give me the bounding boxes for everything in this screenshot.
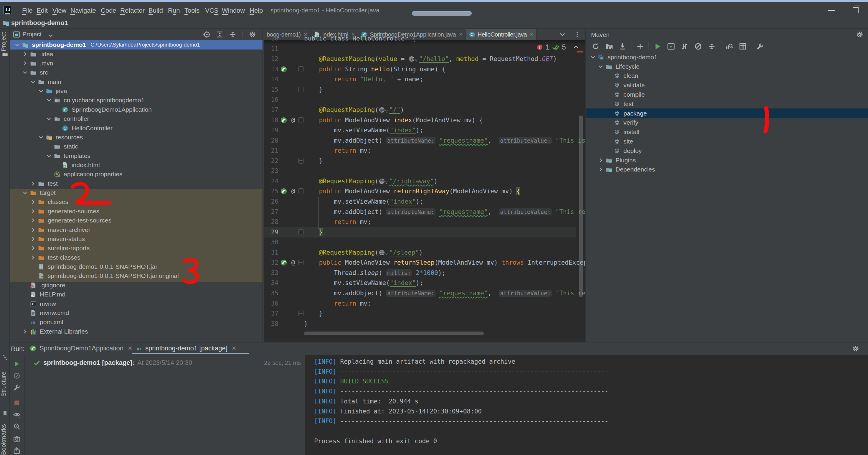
download-sources-icon[interactable] [616, 42, 629, 51]
menu-build[interactable]: Build [149, 7, 163, 14]
project-tree-row[interactable]: application.properties [45, 170, 123, 179]
show-passed-icon[interactable] [13, 411, 21, 420]
maven-tree-row-sprintboog-demo1[interactable]: sprintboog-demo1 [589, 53, 657, 62]
fold-marker[interactable] [299, 229, 304, 235]
project-tree-row[interactable]: src [21, 68, 48, 77]
run-terminal-icon[interactable] [664, 42, 678, 51]
chevron-down-icon[interactable] [48, 33, 54, 39]
fold-marker[interactable] [299, 311, 304, 316]
fold-marker[interactable] [299, 66, 304, 72]
breadcrumb[interactable]: sprintboog-demo1 [11, 19, 68, 27]
maven-tree-row-deploy[interactable]: deploy [604, 146, 642, 156]
project-tree-row[interactable]: test-classes [29, 253, 81, 262]
project-tree-row[interactable]: sprintboog-demo1-0.0.1-SNAPSHOT.jar.orig… [29, 271, 179, 280]
export-icon[interactable] [13, 447, 21, 455]
inspections-widget[interactable]: 1 5 [536, 43, 585, 52]
run-tab-1[interactable]: SprintboogDemo1Application✕ [29, 342, 132, 354]
maven-tree-row-validate[interactable]: validate [604, 81, 645, 90]
project-tree-row[interactable]: sprintboog-demo1 C:\Users\Sylar\IdeaProj… [13, 40, 200, 50]
maven-tree-row-install[interactable]: install [604, 127, 639, 137]
folder-sync-icon[interactable] [602, 42, 616, 51]
stripe-tab-bookmarks[interactable]: Bookmarks [0, 417, 10, 455]
spring-gutter-icon[interactable] [280, 188, 287, 196]
tab-options-icon[interactable] [574, 31, 581, 38]
run-tab-2[interactable]: sprintboog-demo1 [package]✕ [135, 342, 237, 354]
menu-code[interactable]: Code [101, 7, 116, 14]
code-area[interactable]: public class HelloController { @RequestM… [264, 29, 585, 332]
menu-tools[interactable]: Tools [184, 7, 199, 14]
project-tree-row[interactable]: mvnw [21, 299, 56, 308]
menu-help[interactable]: Help [250, 7, 263, 14]
project-tree-row[interactable]: test [29, 179, 58, 188]
project-tree-row[interactable]: classes [29, 198, 68, 207]
fold-marker[interactable] [299, 158, 304, 163]
analyze-icon[interactable] [722, 42, 736, 51]
rerun-failed-icon[interactable] [13, 372, 21, 381]
fold-marker[interactable] [299, 260, 304, 265]
project-tree-row[interactable]: main [29, 77, 61, 86]
minimize-button[interactable] [825, 5, 838, 15]
project-tree-row[interactable]: pom.xml [21, 318, 63, 327]
project-tree-row[interactable]: maven-status [29, 234, 85, 243]
menu-vcs[interactable]: VCS [205, 7, 218, 14]
at-gutter-icon[interactable] [290, 117, 297, 125]
project-tree-row[interactable]: generated-test-sources [29, 216, 112, 225]
stripe-tab-structure[interactable]: Structure [0, 362, 10, 406]
menu-refactor[interactable]: Refactor [120, 7, 145, 14]
add-icon[interactable] [633, 42, 647, 51]
collapse-all-icon[interactable] [229, 31, 237, 38]
project-tree-row[interactable]: .gitignore [21, 280, 65, 290]
error-stripe-mark[interactable] [577, 51, 583, 53]
close-tab-icon[interactable]: ✕ [231, 345, 237, 352]
run-console[interactable]: [INFO] Replacing main artifact with repa… [305, 355, 868, 455]
menu-edit[interactable]: Edit [36, 7, 48, 14]
project-tree-row[interactable]: SprintboogDemo1Application [53, 105, 152, 114]
close-tab-icon[interactable]: ✕ [530, 32, 533, 37]
menu-navigate[interactable]: Navigate [70, 7, 96, 14]
fold-marker[interactable] [299, 87, 304, 92]
project-tree-row[interactable]: External Libraries [21, 327, 88, 336]
project-tree-row[interactable]: index.html [53, 160, 100, 170]
project-tree-row[interactable]: static [45, 142, 78, 151]
maven-tree-row-clean[interactable]: clean [604, 71, 638, 81]
settings-icon[interactable] [249, 31, 256, 38]
collapse-all-icon[interactable] [705, 42, 718, 51]
refresh-icon[interactable] [589, 42, 602, 51]
project-tree-row[interactable]: templates [45, 151, 90, 160]
skip-tests-icon[interactable] [678, 42, 691, 51]
maven-tree-row-verify[interactable]: verify [604, 118, 638, 128]
menu-view[interactable]: View [53, 7, 66, 14]
at-gutter-icon[interactable] [290, 259, 297, 267]
project-tree-row[interactable]: .mvn [21, 59, 53, 68]
project-tree-row[interactable]: generated-sources [29, 207, 99, 216]
menu-file[interactable]: File [22, 7, 32, 14]
editor-horizontal-scrollbar[interactable] [304, 332, 484, 335]
at-gutter-icon[interactable] [290, 188, 297, 196]
project-tree-row[interactable]: controller [45, 114, 89, 123]
stripe-tab-project[interactable]: Project [0, 30, 10, 53]
project-tree-row[interactable]: mvnw.cmd [21, 308, 69, 317]
maven-tree-row-lifecycle[interactable]: Lifecycle [597, 62, 640, 71]
project-tree-row[interactable]: HelloController [53, 123, 113, 132]
wrench-icon[interactable] [753, 42, 767, 51]
spring-gutter-icon[interactable] [280, 66, 287, 74]
project-tree-row[interactable]: sprintboog-demo1-0.0.1-SNAPSHOT.jar [29, 262, 157, 271]
hide-icon[interactable] [261, 31, 263, 38]
soft-wrap-icon[interactable] [13, 435, 21, 444]
project-tree-row[interactable]: java [37, 86, 67, 95]
project-panel-title[interactable]: Project [22, 31, 41, 38]
run-result-row[interactable]: sprintboog-demo1 [package]: At 2023/5/14… [33, 359, 192, 367]
maven-tree-row-compile[interactable]: compile [604, 90, 645, 99]
close-tab-icon[interactable]: ✕ [128, 345, 132, 352]
prev-issue-icon[interactable] [572, 43, 580, 51]
project-tree-row[interactable]: surefire-reports [29, 244, 90, 253]
project-tree-row[interactable]: target [21, 188, 56, 197]
restore-button[interactable] [849, 5, 862, 15]
menu-window[interactable]: Window [222, 7, 245, 14]
maven-tree-row-plugins[interactable]: Plugins [597, 156, 636, 165]
stop-icon[interactable] [13, 399, 21, 408]
next-issue-icon[interactable] [584, 43, 585, 51]
locate-icon[interactable] [203, 31, 211, 38]
rerun-icon[interactable] [13, 360, 21, 369]
spring-gutter-icon[interactable] [280, 259, 287, 267]
